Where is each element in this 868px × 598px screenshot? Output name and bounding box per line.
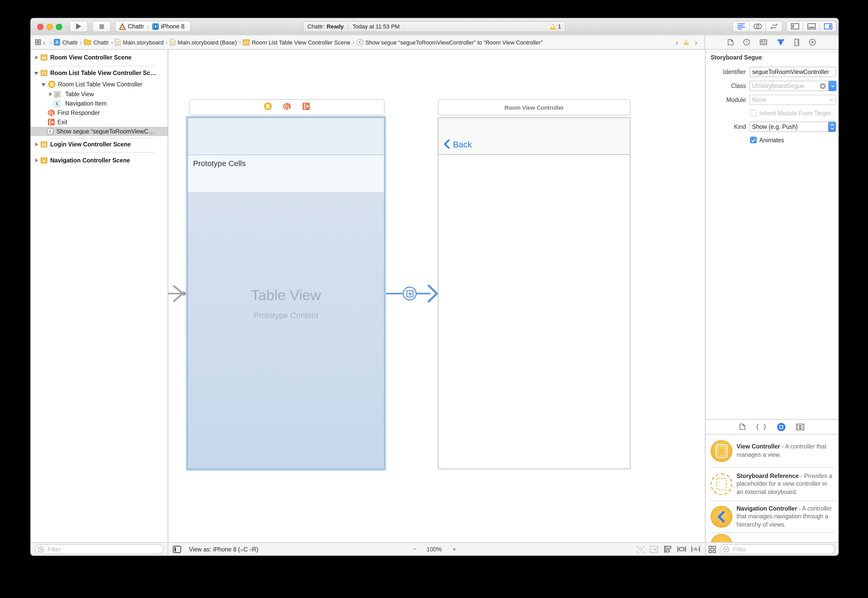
object-library-icon[interactable] (777, 422, 786, 431)
breadcrumb-storyboard[interactable]: Main.storyboard (115, 39, 164, 45)
next-issue-button[interactable]: › (693, 38, 699, 46)
library-item-navigation-controller[interactable]: Navigation Controller - A controller tha… (705, 501, 838, 532)
close-window-button[interactable] (37, 24, 43, 30)
scheme-selector[interactable]: Chattr › iPhone 8 (115, 21, 191, 32)
table-vc-scene-dock: 1 (189, 99, 385, 115)
toggle-inspectors-button[interactable] (820, 21, 836, 31)
file-inspector-tab-icon[interactable] (728, 39, 733, 45)
media-library-icon[interactable] (796, 423, 805, 430)
class-dropdown-button[interactable] (829, 81, 837, 91)
segue-icon (357, 39, 363, 45)
storyboard-canvas[interactable]: 1 Prototype Cells Table View Prototype C… (168, 50, 705, 542)
outline-row-first-responder[interactable]: 1 First Responder (30, 108, 168, 117)
zoom-out-button[interactable]: − (413, 545, 416, 553)
warning-icon[interactable] (550, 24, 556, 29)
dock-first-responder-icon[interactable]: 1 (283, 102, 290, 112)
size-inspector-tab-icon[interactable] (795, 39, 799, 46)
toggle-debug-area-button[interactable] (803, 21, 820, 31)
zoom-in-button[interactable]: + (452, 545, 456, 553)
activity-status-pill[interactable]: Chattr: Ready Today at 11:53 PM 1 (303, 21, 566, 32)
outline-row-room-list-controller[interactable]: Room List Table View Controller (30, 80, 168, 89)
outline-row-room-list-scene[interactable]: Room List Table View Controller Sc… (30, 68, 168, 78)
animates-checkbox[interactable] (750, 136, 757, 143)
class-combo[interactable]: UIStoryboardSegue (750, 81, 829, 91)
breadcrumb-label: Chattr (62, 39, 78, 45)
standard-editor-button[interactable] (733, 21, 750, 31)
view-as-label[interactable]: View as: iPhone 8 (wC hR) (189, 546, 258, 552)
run-button[interactable] (69, 21, 88, 32)
device-icon (152, 23, 159, 30)
table-view-controller-canvas[interactable]: Prototype Cells Table View Prototype Con… (187, 117, 385, 469)
toggle-navigator-button[interactable] (787, 21, 803, 31)
identifier-input[interactable] (752, 69, 833, 75)
outline-row-login-scene[interactable]: Login View Controller Scene (30, 140, 168, 149)
inherit-module-checkbox[interactable] (750, 110, 757, 117)
disclosure-triangle-icon[interactable] (35, 142, 38, 147)
library-filter-field[interactable] (720, 544, 835, 554)
outline-filter-field[interactable] (35, 544, 163, 554)
resolve-autolayout-icon[interactable]: A (691, 545, 700, 553)
prototype-cells-header[interactable]: Prototype Cells (188, 155, 384, 193)
back-button-label[interactable]: Back (453, 140, 472, 148)
room-vc-scene-dock[interactable]: Room View Controller (438, 99, 630, 115)
disclosure-triangle-icon[interactable] (34, 72, 38, 75)
disclosure-triangle-icon[interactable] (49, 92, 52, 96)
outline-row-show-segue[interactable]: Show segue “segueToRoomViewC… (30, 127, 168, 136)
outline-label: Login View Controller Scene (50, 141, 131, 147)
device-bar-toggle-icon[interactable] (173, 546, 181, 553)
version-editor-button[interactable] (766, 21, 782, 31)
segue-badge[interactable] (403, 287, 417, 300)
minimize-window-button[interactable] (46, 24, 53, 30)
outline-row-navigation-item[interactable]: Navigation Item (30, 99, 168, 108)
outline-row-navigation-controller-scene[interactable]: Navigation Controller Scene (30, 156, 168, 165)
breadcrumb-storyboard-base[interactable]: Main.storyboard (Base) (170, 39, 237, 45)
breadcrumb-group[interactable]: Chattr (84, 39, 109, 45)
related-items-icon[interactable] (35, 39, 41, 45)
kind-popup-stepper[interactable] (828, 121, 836, 132)
outline-divider (51, 66, 155, 66)
add-constraints-icon[interactable] (677, 545, 686, 553)
outline-row-table-view[interactable]: Table View (30, 90, 168, 99)
outline-row-room-view-controller-scene[interactable]: Room View Controller Scene (30, 53, 168, 62)
dock-exit-icon[interactable] (302, 102, 310, 112)
history-forward-button[interactable]: › (47, 38, 54, 46)
attributes-inspector-tab-icon[interactable] (777, 39, 785, 46)
jump-to-class-icon[interactable] (819, 82, 826, 89)
outline-row-exit[interactable]: Exit (30, 117, 168, 127)
library-filter-input[interactable] (732, 546, 796, 553)
library-grid-toggle-icon[interactable] (709, 546, 716, 553)
assistant-editor-button[interactable] (750, 21, 766, 31)
navigation-controller-library-icon (711, 506, 732, 528)
prototype-content-label: Prototype Content (254, 311, 318, 320)
outline-filter-input[interactable] (46, 546, 111, 553)
zoom-window-button[interactable] (56, 24, 62, 30)
previous-issue-button[interactable]: ‹ (673, 38, 680, 46)
breadcrumb-segue[interactable]: Show segue “segueToRoomViewController” t… (357, 39, 543, 45)
disclosure-triangle-icon[interactable] (35, 158, 38, 163)
disclosure-triangle-icon[interactable] (41, 83, 46, 87)
dock-view-controller-icon[interactable] (264, 102, 271, 112)
update-frames-icon[interactable] (637, 546, 644, 553)
kind-popup[interactable]: Show (e.g. Push) (750, 121, 836, 132)
code-snippet-library-icon[interactable]: { } (756, 423, 766, 431)
module-select[interactable]: None (750, 94, 836, 105)
table-view-body[interactable]: Table View Prototype Content (188, 193, 384, 469)
library-item-view-controller[interactable]: View Controller - A controller that mana… (705, 435, 838, 467)
scene-icon (40, 141, 48, 147)
disclosure-triangle-icon[interactable] (35, 55, 38, 60)
embed-in-stack-icon[interactable] (650, 546, 658, 553)
quick-help-tab-icon[interactable]: ? (743, 39, 750, 45)
stop-button[interactable] (92, 21, 111, 32)
file-template-library-icon[interactable] (739, 423, 745, 431)
connections-inspector-tab-icon[interactable] (809, 39, 816, 45)
history-back-button[interactable]: ‹ (41, 38, 47, 46)
identity-inspector-tab-icon[interactable] (760, 39, 767, 45)
library-item-storyboard-reference[interactable]: Storyboard Reference - Provides a placeh… (705, 468, 838, 501)
zoom-level[interactable]: 100% (427, 546, 442, 552)
align-icon[interactable] (663, 545, 672, 553)
issue-warning-icon[interactable] (684, 40, 690, 45)
main-content: Room View Controller Scene Room List Tab… (30, 50, 838, 542)
breadcrumb-project[interactable]: A Chattr (54, 39, 78, 45)
breadcrumb-scene[interactable]: Room List Table View Controller Scene (243, 39, 350, 45)
room-view-controller-canvas[interactable]: Back (438, 117, 630, 469)
